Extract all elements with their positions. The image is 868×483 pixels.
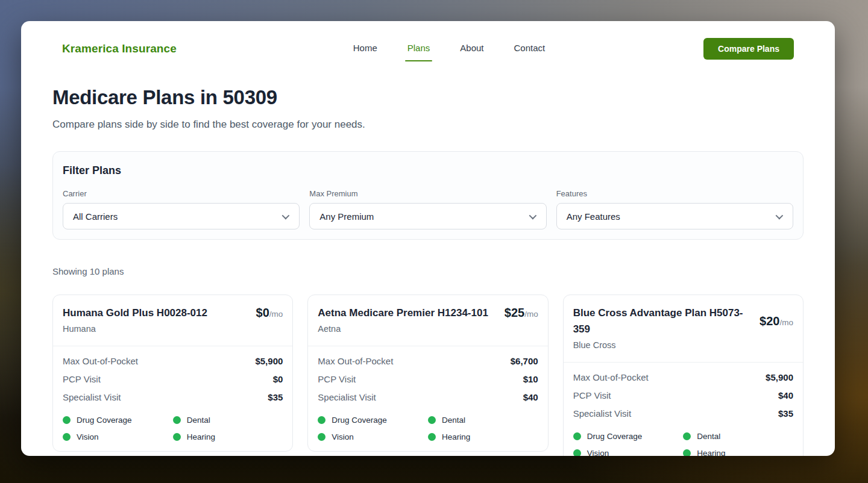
plan-card-body: Max Out-of-Pocket $5,900 PCP Visit $0 Sp…	[53, 346, 292, 451]
stat-value: $40	[523, 392, 538, 402]
plan-price: $0/mo	[256, 306, 283, 320]
plan-name: Aetna Medicare Premier H1234-101	[318, 305, 498, 321]
stat-row: PCP Visit $10	[318, 374, 538, 384]
feature-label: Dental	[442, 416, 465, 425]
feature-item: Dental	[428, 416, 538, 425]
results-count: Showing 10 plans	[52, 266, 804, 276]
chevron-down-icon	[282, 211, 290, 219]
plan-price: $25/mo	[505, 306, 538, 320]
stat-value: $35	[268, 392, 283, 402]
feature-dot-icon	[573, 432, 581, 440]
stat-row: PCP Visit $40	[573, 390, 793, 400]
plan-carrier: Humana	[63, 324, 283, 334]
plan-features: Drug Coverage Dental Vision Hearing	[318, 416, 538, 441]
plan-cards-grid: Humana Gold Plus H0028-012 $0/mo Humana …	[52, 294, 804, 456]
stat-row: Specialist Visit $40	[318, 392, 538, 402]
plan-card: Blue Cross Advantage Plan H5073-359 $20/…	[563, 294, 804, 456]
feature-label: Vision	[77, 432, 99, 441]
stat-row: Max Out-of-Pocket $6,700	[318, 356, 538, 366]
stat-value: $5,900	[255, 356, 283, 366]
max-premium-select[interactable]: Any Premium	[309, 203, 546, 229]
price-amount: $20	[760, 314, 779, 328]
top-navigation-bar: Kramerica Insurance Home Plans About Con…	[21, 21, 835, 60]
stat-value: $0	[273, 374, 283, 384]
stat-row: Max Out-of-Pocket $5,900	[63, 356, 283, 366]
stat-row: Specialist Visit $35	[63, 392, 283, 402]
feature-dot-icon	[63, 433, 71, 441]
feature-label: Drug Coverage	[77, 416, 132, 425]
stat-value: $6,700	[511, 356, 538, 366]
features-label: Features	[556, 189, 793, 198]
price-amount: $25	[505, 306, 524, 319]
plan-card-header: Aetna Medicare Premier H1234-101 $25/mo …	[308, 295, 547, 346]
stat-label: Specialist Visit	[573, 408, 631, 419]
plan-card-body: Max Out-of-Pocket $6,700 PCP Visit $10 S…	[308, 346, 547, 451]
stat-label: PCP Visit	[573, 390, 611, 400]
feature-item: Dental	[683, 432, 793, 441]
feature-label: Drug Coverage	[587, 432, 643, 441]
carrier-label: Carrier	[63, 189, 300, 198]
feature-label: Dental	[187, 416, 210, 425]
stat-label: PCP Visit	[318, 374, 356, 384]
feature-item: Vision	[63, 432, 173, 441]
chevron-down-icon	[529, 211, 536, 219]
plan-card-header: Humana Gold Plus H0028-012 $0/mo Humana	[53, 295, 292, 346]
nav-link-home[interactable]: Home	[353, 43, 377, 55]
feature-item: Hearing	[173, 432, 283, 441]
feature-item: Hearing	[683, 449, 793, 456]
stat-value: $5,900	[766, 372, 793, 382]
price-period: /mo	[779, 318, 793, 327]
price-period: /mo	[269, 310, 283, 319]
stat-row: Specialist Visit $35	[573, 408, 793, 419]
plan-carrier: Blue Cross	[573, 340, 793, 350]
nav-link-about[interactable]: About	[460, 43, 483, 55]
main-nav: Home Plans About Contact	[335, 43, 545, 55]
feature-dot-icon	[173, 416, 181, 424]
nav-link-plans[interactable]: Plans	[407, 43, 430, 55]
stat-label: Specialist Visit	[318, 392, 376, 402]
brand-logo: Kramerica Insurance	[62, 42, 177, 55]
carrier-select[interactable]: All Carriers	[63, 203, 300, 229]
stat-value: $35	[778, 408, 793, 419]
feature-dot-icon	[318, 433, 326, 441]
max-premium-select-value: Any Premium	[319, 211, 374, 222]
page-subtitle: Compare plans side by side to find the b…	[52, 119, 804, 131]
feature-dot-icon	[683, 432, 691, 440]
plan-card: Humana Gold Plus H0028-012 $0/mo Humana …	[52, 294, 293, 452]
chevron-down-icon	[776, 211, 784, 219]
feature-label: Hearing	[187, 432, 215, 441]
stat-label: Max Out-of-Pocket	[318, 356, 393, 366]
feature-label: Vision	[587, 449, 609, 456]
feature-label: Drug Coverage	[332, 416, 387, 425]
compare-plans-button[interactable]: Compare Plans	[703, 38, 794, 60]
stat-label: Max Out-of-Pocket	[573, 372, 649, 382]
feature-label: Hearing	[697, 449, 725, 456]
feature-item: Drug Coverage	[318, 416, 428, 425]
plan-features: Drug Coverage Dental Vision Hearing	[63, 416, 283, 441]
page-title: Medicare Plans in 50309	[52, 86, 804, 109]
feature-dot-icon	[173, 433, 181, 441]
features-select[interactable]: Any Features	[556, 203, 793, 229]
main-content-sheet: Kramerica Insurance Home Plans About Con…	[21, 21, 835, 456]
feature-label: Hearing	[442, 432, 470, 441]
plan-card: Aetna Medicare Premier H1234-101 $25/mo …	[307, 294, 548, 452]
feature-item: Dental	[173, 416, 283, 425]
feature-dot-icon	[428, 433, 436, 441]
stat-value: $10	[523, 374, 538, 384]
feature-dot-icon	[573, 449, 581, 456]
plan-card-header: Blue Cross Advantage Plan H5073-359 $20/…	[564, 295, 803, 362]
feature-dot-icon	[63, 416, 71, 424]
plan-price: $20/mo	[760, 314, 793, 328]
features-select-value: Any Features	[567, 211, 620, 222]
nav-link-contact[interactable]: Contact	[514, 43, 546, 55]
filter-panel: Filter Plans Carrier All Carriers Max Pr…	[52, 151, 804, 240]
plan-carrier: Aetna	[318, 324, 538, 334]
stat-value: $40	[778, 390, 793, 400]
feature-dot-icon	[428, 416, 436, 424]
filter-grid: Carrier All Carriers Max Premium Any Pre…	[63, 189, 793, 229]
stat-row: PCP Visit $0	[63, 374, 283, 384]
stat-label: Max Out-of-Pocket	[63, 356, 138, 366]
plan-features: Drug Coverage Dental Vision Hearing	[573, 432, 793, 456]
feature-item: Drug Coverage	[63, 416, 173, 425]
price-period: /mo	[524, 310, 538, 319]
